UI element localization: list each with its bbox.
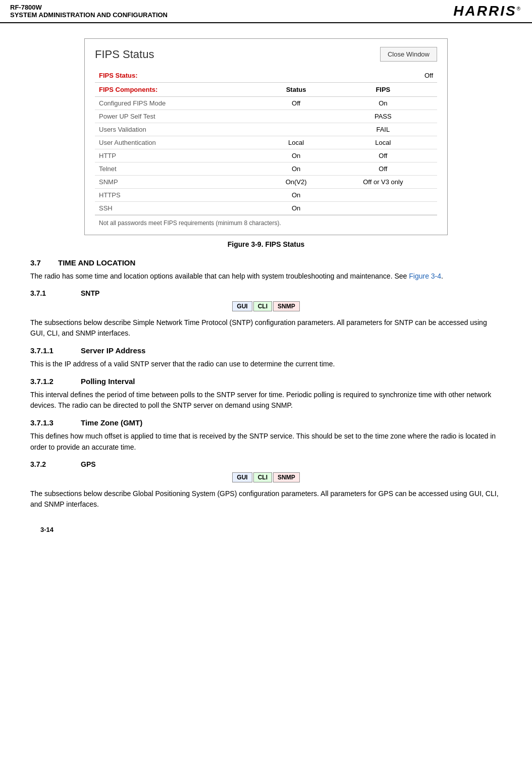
fips-note: Not all passwords meet FIPS requirements…: [95, 215, 437, 229]
badge-cli: CLI: [253, 301, 272, 311]
table-row: Users Validation FAIL: [95, 123, 437, 136]
row-status: [263, 110, 329, 123]
fips-col-header: FIPS: [329, 83, 437, 97]
section-3.7.1.1: 3.7.1.1Server IP AddressThis is the IP a…: [30, 346, 502, 370]
row-status: On: [263, 189, 329, 202]
section-number: 3.7.1.3: [30, 418, 76, 427]
row-label: Power UP Self Test: [95, 110, 263, 123]
section-heading-3.7: 3.7TIME AND LOCATION: [30, 258, 502, 267]
section-title: Time Zone (GMT): [81, 418, 142, 427]
status-col-header: Status: [263, 83, 329, 97]
dialog-title: FIPS Status: [95, 48, 154, 61]
row-label: Users Validation: [95, 123, 263, 136]
section-number: 3.7.1.1: [30, 346, 76, 355]
section-title: Server IP Address: [81, 346, 145, 355]
row-fips: FAIL: [329, 123, 437, 136]
section-body: The subsections below describe Global Po…: [30, 488, 502, 510]
table-row: SNMP On(V2) Off or V3 only: [95, 176, 437, 189]
row-label: Telnet: [95, 162, 263, 176]
components-col-label: FIPS Components:: [95, 83, 263, 97]
row-status: On: [263, 162, 329, 176]
badge-snmp: SNMP: [273, 301, 300, 311]
row-label: HTTPS: [95, 189, 263, 202]
section-3.7.1: 3.7.1SNTPGUICLISNMPThe subsections below…: [30, 289, 502, 339]
section-heading-3.7.2: 3.7.2GPS: [30, 460, 502, 468]
fips-table: FIPS Status: Off FIPS Components: Status…: [95, 69, 437, 215]
section-title: SNTP: [81, 289, 99, 297]
badge-cli: CLI: [253, 472, 272, 482]
page-header: RF-7800W SYSTEM ADMINISTRATION AND CONFI…: [0, 0, 532, 23]
row-fips: PASS: [329, 110, 437, 123]
row-fips: [329, 189, 437, 202]
document-title: RF-7800W SYSTEM ADMINISTRATION AND CONFI…: [10, 4, 168, 19]
section-heading-3.7.1.2: 3.7.1.2Polling Interval: [30, 377, 502, 386]
fips-status-dialog: FIPS Status Close Window FIPS Status: Of…: [84, 38, 448, 235]
section-heading-3.7.1: 3.7.1SNTP: [30, 289, 502, 297]
main-content: FIPS Status Close Window FIPS Status: Of…: [0, 23, 532, 554]
row-fips: Off: [329, 149, 437, 162]
row-label: SSH: [95, 202, 263, 215]
table-row: Configured FIPS Mode Off On: [95, 97, 437, 110]
section-number: 3.7.1.2: [30, 377, 76, 386]
row-status: Off: [263, 97, 329, 110]
row-status: On: [263, 202, 329, 215]
page-footer: 3-14: [30, 520, 502, 538]
table-row: SSH On: [95, 202, 437, 215]
table-row: User Authentication Local Local: [95, 136, 437, 149]
row-fips: Off or V3 only: [329, 176, 437, 189]
row-label: Configured FIPS Mode: [95, 97, 263, 110]
table-row: HTTPS On: [95, 189, 437, 202]
page-number: 3-14: [40, 526, 54, 533]
badge-gui: GUI: [232, 472, 252, 482]
badge-row: GUICLISNMP: [30, 472, 502, 482]
fips-components-header-row: FIPS Components: Status FIPS: [95, 83, 437, 97]
badge-gui: GUI: [232, 301, 252, 311]
section-3.7.1.3: 3.7.1.3Time Zone (GMT)This defines how m…: [30, 418, 502, 453]
section-body: The radio has some time and location opt…: [30, 271, 502, 282]
section-3.7: 3.7TIME AND LOCATIONThe radio has some t…: [30, 258, 502, 282]
table-row: Telnet On Off: [95, 162, 437, 176]
document-subtitle: SYSTEM ADMINISTRATION AND CONFIGURATION: [10, 11, 168, 19]
row-status: On: [263, 149, 329, 162]
dialog-header: FIPS Status Close Window: [95, 47, 437, 62]
fips-status-label: FIPS Status:: [95, 69, 263, 83]
close-window-button[interactable]: Close Window: [380, 47, 437, 62]
row-status: [263, 123, 329, 136]
section-3.7.2: 3.7.2GPSGUICLISNMPThe subsections below …: [30, 460, 502, 510]
model-number: RF-7800W: [10, 4, 168, 11]
row-fips: [329, 202, 437, 215]
section-body: This defines how much offset is applied …: [30, 431, 502, 453]
row-fips: Off: [329, 162, 437, 176]
row-status: On(V2): [263, 176, 329, 189]
harris-logo: HARRIS®: [453, 3, 522, 19]
row-fips: Local: [329, 136, 437, 149]
figure-link[interactable]: Figure 3-4: [409, 272, 441, 280]
table-row: HTTP On Off: [95, 149, 437, 162]
badge-snmp: SNMP: [273, 472, 300, 482]
section-number: 3.7.2: [30, 460, 76, 468]
row-fips: On: [329, 97, 437, 110]
section-heading-3.7.1.1: 3.7.1.1Server IP Address: [30, 346, 502, 355]
section-title: TIME AND LOCATION: [58, 258, 135, 267]
section-body: This is the IP address of a valid SNTP s…: [30, 359, 502, 370]
section-heading-3.7.1.3: 3.7.1.3Time Zone (GMT): [30, 418, 502, 427]
row-label: SNMP: [95, 176, 263, 189]
section-3.7.1.2: 3.7.1.2Polling IntervalThis interval def…: [30, 377, 502, 411]
fips-status-row: FIPS Status: Off: [95, 69, 437, 83]
section-number: 3.7: [30, 258, 58, 267]
figure-caption: Figure 3-9. FIPS Status: [30, 240, 502, 248]
section-title: Polling Interval: [81, 377, 135, 386]
badge-row: GUICLISNMP: [30, 301, 502, 311]
row-label: HTTP: [95, 149, 263, 162]
section-number: 3.7.1: [30, 289, 76, 297]
section-body: The subsections below describe Simple Ne…: [30, 317, 502, 339]
section-body: This interval defines the period of time…: [30, 390, 502, 411]
section-title: GPS: [81, 460, 96, 468]
table-row: Power UP Self Test PASS: [95, 110, 437, 123]
fips-status-value: Off: [329, 69, 437, 83]
row-label: User Authentication: [95, 136, 263, 149]
row-status: Local: [263, 136, 329, 149]
sections-container: 3.7TIME AND LOCATIONThe radio has some t…: [30, 258, 502, 510]
